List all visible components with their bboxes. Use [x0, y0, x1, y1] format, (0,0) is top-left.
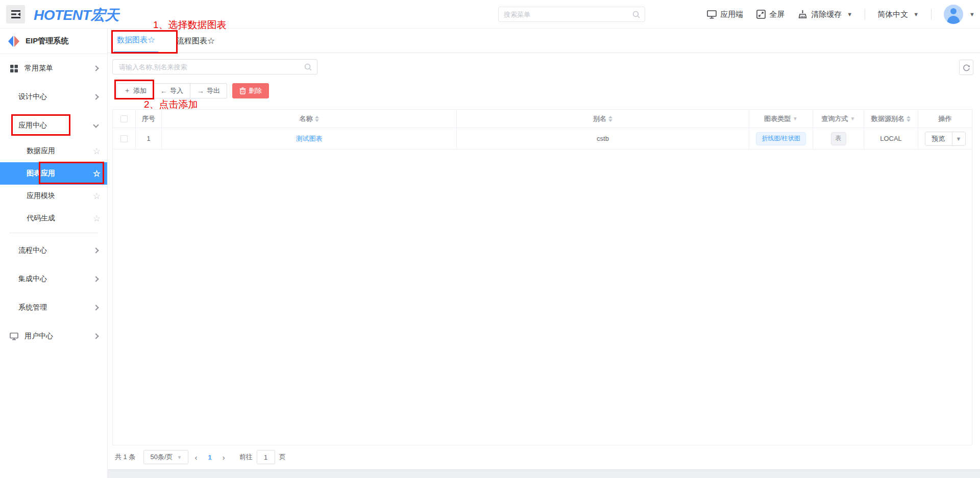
- app-header: HOTENT宏天 应用端 全屏 清除缓存 ▼ 简体中文: [0, 0, 980, 29]
- chevron-right-icon: [93, 305, 99, 310]
- star-icon[interactable]: ☆: [93, 168, 101, 179]
- page-number[interactable]: 1: [203, 454, 216, 461]
- page-size-select[interactable]: 50条/页 ▼: [143, 450, 188, 464]
- star-icon[interactable]: ☆: [93, 213, 101, 224]
- sidebar-item-label: 设计中心: [18, 92, 47, 102]
- filter-caret-icon[interactable]: ▼: [793, 116, 798, 121]
- row-query-mode-cell: 表: [813, 128, 864, 149]
- filter-caret-icon[interactable]: ▼: [850, 116, 855, 121]
- user-menu-caret-icon[interactable]: ▼: [969, 11, 975, 17]
- select-all-checkbox[interactable]: [120, 115, 128, 122]
- search-icon: [304, 63, 312, 71]
- table-row: 1 测试图表 cstb 折线图/柱状图 表 LOCAL: [113, 128, 972, 149]
- sidebar-item-common-menu[interactable]: 常用菜单: [0, 54, 107, 83]
- row-name-cell: 测试图表: [162, 128, 457, 149]
- sidebar-item-label: 应用模块: [27, 191, 55, 200]
- clear-cache-button[interactable]: 清除缓存 ▼: [798, 10, 852, 19]
- sidebar-item-system-admin[interactable]: 系统管理: [0, 293, 107, 322]
- grid-icon: [9, 65, 18, 72]
- list-search-input[interactable]: [113, 63, 304, 71]
- tab-data-chart[interactable]: 数据图表☆: [114, 29, 158, 53]
- column-header-name[interactable]: 名称: [162, 110, 457, 128]
- sidebar-brand: EIP管理系统: [0, 29, 107, 54]
- next-page-button[interactable]: ›: [216, 453, 231, 462]
- header-actions: 应用端 全屏 清除缓存 ▼ 简体中文 ▼ ▼: [694, 0, 975, 29]
- refresh-icon: [963, 64, 970, 71]
- sort-icon[interactable]: [608, 116, 612, 122]
- export-button[interactable]: → 导出: [190, 83, 227, 98]
- sidebar-item-design-center[interactable]: 设计中心: [0, 83, 107, 111]
- sidebar-item-integration-center[interactable]: 集成中心: [0, 265, 107, 293]
- query-mode-tag: 表: [831, 132, 846, 145]
- row-actions-cell: 预览 ▼: [918, 128, 972, 149]
- sidebar-item-data-app[interactable]: 数据应用 ☆: [0, 140, 107, 162]
- data-table: 序号 名称 别名 图表类型 ▼ 查询方式 ▼: [112, 109, 972, 445]
- chevron-down-icon: ▼: [913, 11, 919, 17]
- preview-dropdown-caret-icon[interactable]: ▼: [952, 132, 965, 145]
- chevron-down-icon: [93, 122, 99, 128]
- sidebar-item-label: 用户中心: [24, 332, 53, 341]
- goto-label: 前往: [239, 452, 253, 462]
- sidebar-item-app-center[interactable]: 应用中心: [0, 111, 107, 140]
- column-header-chart-type[interactable]: 图表类型 ▼: [749, 110, 813, 128]
- brand-logo: HOTENT宏天: [34, 6, 119, 25]
- chevron-right-icon: [93, 94, 99, 99]
- search-icon: [632, 11, 640, 18]
- column-header-seq: 序号: [136, 110, 162, 128]
- pagination-total: 共 1 条: [115, 452, 135, 462]
- sidebar: EIP管理系统 常用菜单 设计中心 应用中心 数据应用 ☆ 图表应用 ☆ 应用模…: [0, 29, 108, 478]
- divider: [865, 9, 865, 20]
- import-button[interactable]: ← 导入: [154, 83, 190, 98]
- star-icon[interactable]: ☆: [93, 191, 101, 202]
- row-chart-type-cell: 折线图/柱状图: [749, 128, 813, 149]
- sidebar-item-chart-app[interactable]: 图表应用 ☆: [0, 162, 107, 185]
- sort-icon[interactable]: [315, 116, 319, 122]
- pagination: 共 1 条 50条/页 ▼ ‹ 1 › 前往 页: [115, 450, 286, 464]
- row-select-cell: [113, 128, 136, 149]
- menu-search: [498, 7, 645, 22]
- sidebar-item-label: 集成中心: [18, 274, 47, 284]
- divider: [931, 9, 932, 20]
- select-all-cell: [113, 110, 136, 128]
- sort-icon[interactable]: [906, 116, 911, 122]
- sidebar-item-app-module[interactable]: 应用模块 ☆: [0, 185, 107, 207]
- column-header-query-mode[interactable]: 查询方式 ▼: [813, 110, 864, 128]
- monitor-icon: [9, 333, 18, 340]
- fullscreen-button[interactable]: 全屏: [756, 10, 785, 19]
- sidebar-collapse-button[interactable]: [6, 5, 25, 23]
- sidebar-item-user-center[interactable]: 用户中心: [0, 322, 107, 350]
- delete-button[interactable]: 删除: [232, 83, 269, 98]
- toolbar: ＋ 添加 ← 导入 → 导出 删除: [116, 83, 269, 98]
- list-search: [112, 59, 317, 74]
- content: 数据图表☆ 流程图表☆ ＋ 添加 ← 导入: [108, 29, 980, 478]
- monitor-icon: [707, 10, 717, 19]
- chart-type-tag: 折线图/柱状图: [756, 132, 805, 145]
- goto-page-input[interactable]: [257, 450, 275, 464]
- avatar[interactable]: [944, 5, 963, 24]
- row-seq-cell: 1: [136, 128, 162, 149]
- row-checkbox[interactable]: [120, 135, 128, 142]
- sidebar-item-label: 应用中心: [18, 121, 47, 130]
- broom-icon: [798, 10, 807, 19]
- arrow-left-icon: ←: [160, 87, 167, 95]
- column-header-datasource[interactable]: 数据源别名: [864, 110, 918, 128]
- refresh-button[interactable]: [959, 60, 973, 75]
- add-button[interactable]: ＋ 添加: [116, 83, 154, 98]
- sidebar-item-code-gen[interactable]: 代码生成 ☆: [0, 207, 107, 230]
- eip-logo-icon: [7, 35, 20, 48]
- preview-split-button[interactable]: 预览 ▼: [925, 132, 966, 146]
- column-header-alias[interactable]: 别名: [457, 110, 749, 128]
- sidebar-item-label: 图表应用: [27, 169, 55, 178]
- prev-page-button[interactable]: ‹: [188, 453, 203, 462]
- app-client-button[interactable]: 应用端: [707, 10, 743, 19]
- chevron-right-icon: [93, 247, 99, 253]
- sidebar-item-label: 代码生成: [27, 214, 55, 223]
- star-icon[interactable]: ☆: [93, 146, 101, 157]
- menu-search-input[interactable]: [499, 11, 632, 18]
- chevron-down-icon: ▼: [177, 455, 182, 460]
- tab-process-chart[interactable]: 流程图表☆: [174, 29, 218, 53]
- chart-name-link[interactable]: 测试图表: [296, 134, 323, 143]
- preview-button[interactable]: 预览: [925, 132, 952, 145]
- language-selector[interactable]: 简体中文 ▼: [877, 10, 919, 19]
- sidebar-item-process-center[interactable]: 流程中心: [0, 236, 107, 265]
